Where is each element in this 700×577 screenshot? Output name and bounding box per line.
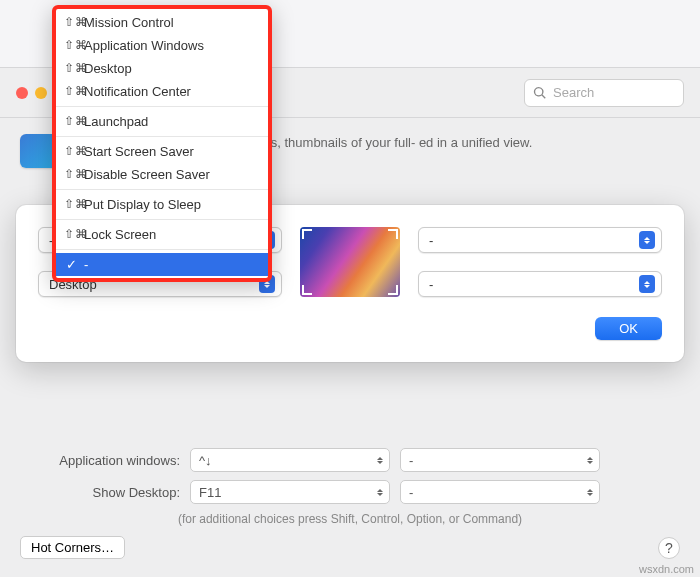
shortcut-symbol: ⇧⌘ bbox=[64, 38, 88, 52]
row-label: Application windows: bbox=[20, 453, 180, 468]
help-button[interactable]: ? bbox=[658, 537, 680, 559]
menu-item-label: Desktop bbox=[84, 61, 132, 76]
chevron-updown-icon bbox=[639, 275, 655, 293]
menu-separator bbox=[56, 106, 268, 107]
menu-item[interactable]: ⇧⌘Disable Screen Saver bbox=[56, 163, 268, 186]
menu-item-label: Lock Screen bbox=[84, 227, 156, 242]
menu-item-label: Mission Control bbox=[84, 15, 174, 30]
search-input[interactable]: Search bbox=[524, 79, 684, 107]
menu-item[interactable]: ⇧⌘Lock Screen bbox=[56, 223, 268, 246]
show-desktop-shortcut-select[interactable]: F11 bbox=[190, 480, 390, 504]
menu-separator bbox=[56, 219, 268, 220]
corner-action-menu[interactable]: ⇧⌘Mission Control⇧⌘Application Windows⇧⌘… bbox=[52, 5, 272, 282]
chevron-updown-icon bbox=[587, 457, 593, 464]
setting-row: Application windows: ^↓ - bbox=[20, 448, 680, 472]
setting-row: Show Desktop: F11 - bbox=[20, 480, 680, 504]
hot-corners-button[interactable]: Hot Corners… bbox=[20, 536, 125, 559]
menu-item[interactable]: ⇧⌘Desktop bbox=[56, 57, 268, 80]
screen-preview bbox=[300, 227, 400, 297]
app-windows-shortcut-select[interactable]: ^↓ bbox=[190, 448, 390, 472]
corner-top-right-value: - bbox=[429, 233, 433, 248]
menu-item-label: Launchpad bbox=[84, 114, 148, 129]
chevron-updown-icon bbox=[587, 489, 593, 496]
minimize-icon[interactable] bbox=[35, 87, 47, 99]
menu-separator bbox=[56, 136, 268, 137]
chevron-updown-icon bbox=[377, 457, 383, 464]
corner-marker-icon bbox=[302, 229, 312, 239]
additional-hint: (for additional choices press Shift, Con… bbox=[20, 512, 680, 526]
menu-item[interactable]: ⇧⌘Start Screen Saver bbox=[56, 140, 268, 163]
corner-top-right-select[interactable]: - bbox=[418, 227, 662, 253]
shortcut-symbol: ⇧⌘ bbox=[64, 114, 88, 128]
watermark: wsxdn.com bbox=[639, 563, 694, 575]
menu-item-label: Notification Center bbox=[84, 84, 191, 99]
menu-item[interactable]: ⇧⌘Launchpad bbox=[56, 110, 268, 133]
menu-item-selected[interactable]: - bbox=[56, 253, 268, 276]
corner-bottom-right-value: - bbox=[429, 277, 433, 292]
chevron-updown-icon bbox=[377, 489, 383, 496]
menu-item-label: Application Windows bbox=[84, 38, 204, 53]
shortcut-symbol: ⇧⌘ bbox=[64, 167, 88, 181]
menu-item-label: Put Display to Sleep bbox=[84, 197, 201, 212]
lower-controls: Application windows: ^↓ - Show Desktop: … bbox=[0, 448, 700, 559]
ok-row: OK bbox=[38, 317, 662, 340]
row-label: Show Desktop: bbox=[20, 485, 180, 500]
shortcut-symbol: ⇧⌘ bbox=[64, 61, 88, 75]
menu-item-label: Start Screen Saver bbox=[84, 144, 194, 159]
menu-item-label: Disable Screen Saver bbox=[84, 167, 210, 182]
menu-separator bbox=[56, 249, 268, 250]
menu-separator bbox=[56, 189, 268, 190]
corner-marker-icon bbox=[302, 285, 312, 295]
menu-item[interactable]: ⇧⌘Put Display to Sleep bbox=[56, 193, 268, 216]
shortcut-symbol: ⇧⌘ bbox=[64, 15, 88, 29]
shortcut-symbol: ⇧⌘ bbox=[64, 227, 88, 241]
show-desktop-action-select[interactable]: - bbox=[400, 480, 600, 504]
corner-marker-icon bbox=[388, 285, 398, 295]
shortcut-symbol: ⇧⌘ bbox=[64, 144, 88, 158]
app-windows-action-select[interactable]: - bbox=[400, 448, 600, 472]
corner-bottom-right-select[interactable]: - bbox=[418, 271, 662, 297]
menu-item[interactable]: ⇧⌘Notification Center bbox=[56, 80, 268, 103]
chevron-updown-icon bbox=[639, 231, 655, 249]
close-icon[interactable] bbox=[16, 87, 28, 99]
search-icon bbox=[533, 86, 547, 100]
menu-item[interactable]: ⇧⌘Mission Control bbox=[56, 11, 268, 34]
menu-item[interactable]: ⇧⌘Application Windows bbox=[56, 34, 268, 57]
shortcut-symbol: ⇧⌘ bbox=[64, 84, 88, 98]
ok-button[interactable]: OK bbox=[595, 317, 662, 340]
search-placeholder: Search bbox=[553, 85, 594, 100]
corner-marker-icon bbox=[388, 229, 398, 239]
shortcut-symbol: ⇧⌘ bbox=[64, 197, 88, 211]
